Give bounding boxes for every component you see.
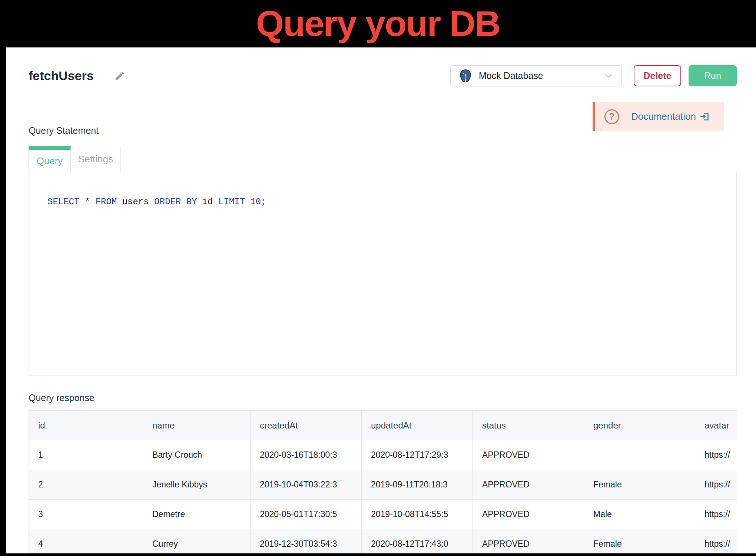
sql-identifier: users (122, 197, 149, 207)
cell-createdAt: 2020-05-01T17:30:5 (251, 500, 362, 529)
sql-number: 10; (250, 197, 266, 207)
table-row: 3 Demetre 2020-05-01T17:30:5 2019-10-08T… (29, 500, 737, 529)
cell-createdAt: 2019-12-30T03:54:3 (251, 529, 362, 554)
table-row: 1 Barty Crouch 2020-03-16T18:00:3 2020-0… (29, 440, 737, 470)
external-link-icon (700, 112, 710, 122)
documentation-label: Documentation (631, 111, 696, 122)
column-header-createdAt: createdAt (251, 411, 362, 440)
cell-name: Jenelle Kibbys (143, 470, 251, 500)
cell-updatedAt: 2019-09-11T20:18:3 (362, 470, 473, 500)
cell-status: APPROVED (473, 440, 584, 470)
sql-identifier: id (202, 197, 213, 207)
column-header-avatar: avatar (695, 411, 737, 440)
cell-name: Currey (143, 529, 251, 554)
cell-avatar: https:// (695, 500, 737, 529)
cell-avatar: https:// (695, 470, 737, 500)
cell-name: Demetre (143, 500, 251, 529)
database-selector-value: Mock Database (479, 70, 604, 81)
sql-keyword: LIMIT (218, 197, 245, 207)
cell-updatedAt: 2020-08-12T17:29:3 (362, 440, 473, 470)
database-selector-dropdown[interactable]: Mock Database (450, 65, 622, 86)
query-response-label: Query response (29, 393, 737, 403)
query-name-title: fetchUsers (29, 69, 94, 83)
delete-button[interactable]: Delete (634, 65, 681, 86)
documentation-link[interactable]: ? Documentation (593, 102, 724, 131)
question-circle-icon: ? (604, 109, 619, 124)
page-title: Query your DB (256, 3, 500, 44)
run-button[interactable]: Run (689, 65, 737, 86)
column-header-status: status (473, 411, 584, 440)
sql-keyword: SELECT (47, 197, 79, 207)
sql-keyword: ORDER BY (154, 197, 197, 207)
column-header-name: name (143, 411, 251, 440)
sql-editor[interactable]: SELECT * FROM users ORDER BY id LIMIT 10… (29, 172, 737, 375)
cell-gender: Female (584, 529, 695, 554)
query-statement-tabs: Query Settings (29, 146, 737, 172)
cell-id: 4 (29, 529, 143, 554)
tab-settings[interactable]: Settings (71, 146, 121, 172)
header-bar: fetchUsers Mock Database (29, 65, 737, 86)
edit-pencil-icon[interactable] (114, 70, 125, 82)
query-response-table: id name createdAt updatedAt status gende… (29, 410, 737, 553)
cell-avatar: https:// (695, 529, 737, 554)
cell-name: Barty Crouch (143, 440, 251, 470)
table-row: 4 Currey 2019-12-30T03:54:3 2020-08-12T1… (29, 529, 737, 554)
sql-operator: * (85, 197, 90, 207)
table-row: 2 Jenelle Kibbys 2019-10-04T03:22:3 2019… (29, 470, 737, 500)
column-header-gender: gender (584, 411, 695, 440)
column-header-id: id (29, 411, 143, 440)
cell-status: APPROVED (473, 500, 584, 529)
cell-id: 3 (29, 500, 143, 529)
cell-gender: Female (584, 470, 695, 500)
postgresql-icon (459, 69, 472, 83)
top-banner: Query your DB (0, 0, 756, 47)
cell-createdAt: 2020-03-16T18:00:3 (251, 440, 362, 470)
sql-keyword: FROM (96, 197, 117, 207)
cell-id: 1 (29, 440, 143, 470)
app-window: fetchUsers Mock Database (6, 47, 756, 553)
cell-updatedAt: 2020-08-12T17:43:0 (362, 529, 473, 554)
column-header-updatedAt: updatedAt (362, 411, 473, 440)
table-header-row: id name createdAt updatedAt status gende… (29, 411, 737, 440)
cell-status: APPROVED (473, 529, 584, 554)
cell-avatar: https:// (695, 440, 737, 470)
query-statement-label: Query Statement (29, 125, 99, 136)
cell-status: APPROVED (473, 470, 584, 500)
cell-id: 2 (29, 470, 143, 500)
cell-createdAt: 2019-10-04T03:22:3 (251, 470, 362, 500)
tab-query[interactable]: Query (29, 146, 71, 172)
cell-gender (584, 440, 695, 470)
cell-updatedAt: 2019-10-08T14:55:5 (362, 500, 473, 529)
cell-gender: Male (584, 500, 695, 529)
chevron-down-icon (604, 73, 613, 79)
